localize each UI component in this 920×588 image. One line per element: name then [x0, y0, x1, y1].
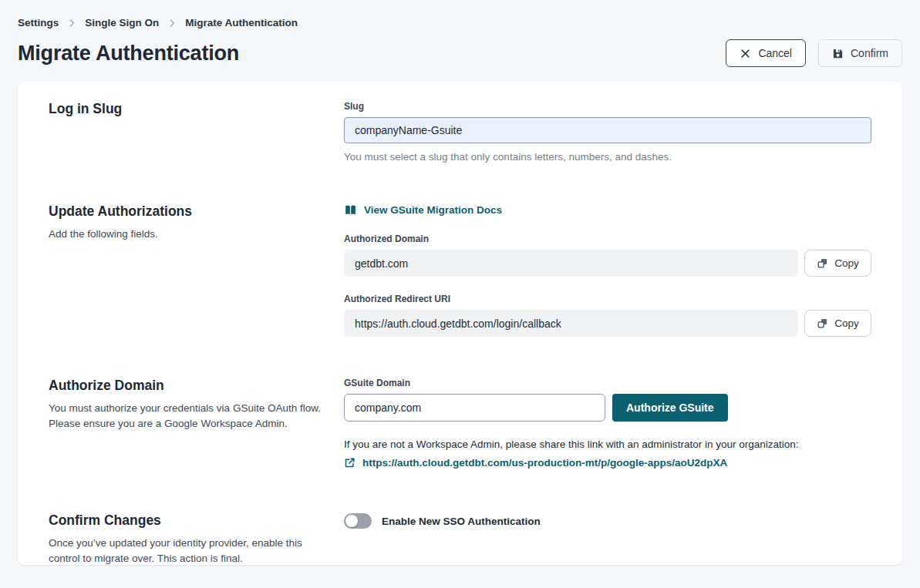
save-icon	[832, 48, 844, 59]
authorized-domain-row: getdbt.com Copy	[344, 250, 871, 277]
gsuite-domain-label: GSuite Domain	[344, 378, 871, 388]
confirm-button[interactable]: Confirm	[818, 39, 902, 67]
slug-help-text: You must select a slug that only contain…	[344, 151, 871, 163]
section-heading: Log in Slug	[49, 101, 344, 117]
breadcrumb: Settings Single Sign On Migrate Authenti…	[18, 0, 902, 29]
page-header: Migrate Authentication Cancel Confirm	[18, 39, 902, 67]
breadcrumb-settings[interactable]: Settings	[18, 17, 59, 29]
chevron-right-icon	[66, 18, 77, 29]
copy-icon	[817, 257, 828, 269]
authorized-redirect-uri-row: https://auth.cloud.getdbt.com/login/call…	[344, 310, 871, 337]
migrate-authentication-page: Settings Single Sign On Migrate Authenti…	[0, 0, 920, 565]
section-authorize-domain: Authorize Domain You must authorize your…	[49, 378, 871, 472]
section-heading: Update Authorizations	[49, 203, 344, 220]
docs-link-label: View GSuite Migration Docs	[364, 204, 502, 216]
copy-button-label: Copy	[834, 257, 859, 269]
page-title: Migrate Authentication	[18, 42, 239, 66]
section-update-authorizations: Update Authorizations Add the following …	[49, 203, 871, 337]
settings-card: Log in Slug Slug You must select a slug …	[18, 82, 902, 565]
confirm-button-label: Confirm	[851, 47, 888, 59]
authorized-domain-label: Authorized Domain	[344, 234, 871, 244]
copy-icon	[817, 318, 828, 329]
close-icon	[740, 48, 751, 59]
slug-field-label: Slug	[344, 101, 871, 112]
enable-sso-toggle[interactable]	[344, 513, 372, 529]
chevron-right-icon	[167, 18, 177, 29]
copy-authorized-domain-button[interactable]: Copy	[804, 250, 871, 277]
copy-button-label: Copy	[834, 318, 859, 329]
section-heading: Confirm Changes	[49, 512, 344, 529]
authorize-gsuite-button[interactable]: Authorize GSuite	[612, 394, 728, 422]
copy-redirect-uri-button[interactable]: Copy	[804, 310, 871, 337]
authorized-redirect-uri-value: https://auth.cloud.getdbt.com/login/call…	[344, 310, 798, 337]
section-authorize-domain-info: Authorize Domain You must authorize your…	[49, 378, 344, 472]
authorized-redirect-uri-label: Authorized Redirect URI	[344, 294, 871, 304]
header-actions: Cancel Confirm	[726, 39, 902, 67]
section-description: Once you’ve updated your identity provid…	[49, 536, 330, 566]
cancel-button[interactable]: Cancel	[726, 39, 806, 67]
toggle-knob	[345, 515, 358, 527]
gsuite-domain-row: Authorize GSuite	[344, 394, 871, 422]
section-description: Add the following fields.	[49, 227, 330, 242]
section-confirm-changes-info: Confirm Changes Once you’ve updated your…	[49, 512, 344, 566]
section-confirm-changes: Confirm Changes Once you’ve updated your…	[49, 512, 871, 566]
external-link-icon	[344, 457, 356, 469]
enable-sso-toggle-label: Enable New SSO Authentication	[382, 516, 541, 527]
section-heading: Authorize Domain	[49, 378, 344, 394]
section-update-authorizations-info: Update Authorizations Add the following …	[49, 203, 344, 337]
book-icon	[344, 203, 357, 217]
breadcrumb-current-page: Migrate Authentication	[185, 17, 298, 29]
authorized-domain-value: getdbt.com	[344, 250, 798, 277]
view-gsuite-migration-docs-link[interactable]: View GSuite Migration Docs	[344, 203, 502, 217]
section-description: You must authorize your credentials via …	[49, 401, 330, 432]
section-login-slug-info: Log in Slug	[49, 101, 344, 163]
section-confirm-changes-content: Enable New SSO Authentication	[344, 512, 871, 566]
section-login-slug-content: Slug You must select a slug that only co…	[344, 101, 871, 163]
gsuite-domain-input[interactable]	[344, 394, 605, 422]
section-authorize-domain-content: GSuite Domain Authorize GSuite If you ar…	[344, 378, 871, 472]
cancel-button-label: Cancel	[758, 47, 792, 59]
admin-share-link[interactable]: https://auth.cloud.getdbt.com/us-product…	[344, 457, 727, 469]
share-link-instruction: If you are not a Workspace Admin, please…	[344, 438, 871, 450]
admin-share-link-label: https://auth.cloud.getdbt.com/us-product…	[362, 457, 727, 469]
section-update-authorizations-content: View GSuite Migration Docs Authorized Do…	[344, 203, 871, 337]
enable-sso-toggle-row: Enable New SSO Authentication	[344, 512, 871, 529]
section-login-slug: Log in Slug Slug You must select a slug …	[49, 101, 871, 163]
breadcrumb-single-sign-on[interactable]: Single Sign On	[85, 17, 159, 29]
slug-input[interactable]	[344, 117, 871, 143]
